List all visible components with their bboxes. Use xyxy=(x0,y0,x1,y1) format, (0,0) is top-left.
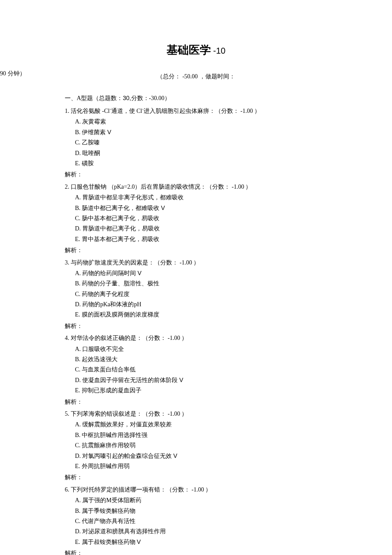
q-stem: 4. 对华法令的叙述正确的是：（分数： -1.00 ） xyxy=(65,334,358,343)
option: A. 药物的给药间隔时间 V xyxy=(75,268,358,278)
question-4: 4. 对华法令的叙述正确的是：（分数： -1.00 ） A. 口服吸收不完全 B… xyxy=(65,334,358,395)
option: A. 口服吸收不完全 xyxy=(75,344,358,354)
page-title: 基础医学 -10 xyxy=(0,0,392,61)
q-options: A. 口服吸收不完全 B. 起效迅速强大 C. 与血浆蛋白结合率低 D. 使凝血… xyxy=(65,344,358,396)
q-stem: 6. 下列对托特罗定的描述哪一项有错：（分数： -1.00 ） xyxy=(65,485,358,495)
analysis: 解析： xyxy=(65,246,358,255)
option: C. 肠中基本都已离子化，易吸收 xyxy=(75,213,358,223)
option: E. 外周抗胆碱作用弱 xyxy=(75,461,358,471)
option: C. 代谢产物亦具有活性 xyxy=(75,516,358,526)
q1-options: A. 灰黄霉素 B. 伊维菌素 V C. 乙胺嗪 D. 吡喹酮 E. 磺胺 xyxy=(65,117,358,168)
option: D. 吡喹酮 xyxy=(75,148,358,158)
q-stem: 3. 与药物扩散速度无关的因素是：（分数： -1.00 ） xyxy=(65,258,358,267)
option: B. 中枢抗胆碱作用选择性强 xyxy=(75,430,358,440)
option: E. 胃中基本都已离子化，易吸收 xyxy=(75,234,358,244)
q-options: A. 药物的给药间隔时间 V B. 药物的分子量、脂溶性、极性 C. 药物的离子… xyxy=(65,268,358,320)
option: B. 药物的分子量、脂溶性、极性 xyxy=(75,279,358,288)
option: A. 缓解震颤效果好，对僵直效果较差 xyxy=(75,420,358,429)
option: D. 胃肠道中都已离子化，易吸收 xyxy=(75,224,358,233)
option: E. 磺胺 xyxy=(75,158,358,168)
q-options: A. 属于强的M受体阻断药 B. 属于季铵类解痉药物 C. 代谢产物亦具有活性 … xyxy=(65,495,358,547)
option: C. 抗震颤麻痹作用较弱 xyxy=(75,440,358,450)
q1-stem: 1. 活化谷氨酸 -Cl-通道，使 Cl-进入肌细胞引起虫体麻痹：（分数： -1… xyxy=(65,106,358,116)
question-1: 1. 活化谷氨酸 -Cl-通道，使 Cl-进入肌细胞引起虫体麻痹：（分数： -1… xyxy=(65,106,358,168)
option: A. 胃肠道中都呈非离子化形式，都难吸收 xyxy=(75,193,358,202)
option: D. 对泌尿道和膀胱具有选择性作用 xyxy=(75,526,358,536)
option: D. 对氯丙嗪引起的帕金森综合征无效 V xyxy=(75,451,358,461)
section-header: 一、A型题（总题数：30,分数：-30.00） xyxy=(65,93,358,103)
question-3: 3. 与药物扩散速度无关的因素是：（分数： -1.00 ） A. 药物的给药间隔… xyxy=(65,258,358,320)
q-options: A. 胃肠道中都呈非离子化形式，都难吸收 B. 肠道中都已离子化，都难吸收 V … xyxy=(65,193,358,244)
time-stub: 90 分钟） xyxy=(0,70,26,78)
section-score: 分数：-30.00） xyxy=(131,95,170,101)
option: B. 伊维菌素 V xyxy=(75,127,358,137)
option: E. 抑制已形成的凝血因子 xyxy=(75,385,358,395)
option: A. 属于强的M受体阻断药 xyxy=(75,495,358,505)
option: E. 属于叔铵类解痉药物 V xyxy=(75,537,358,547)
meta-left: （总分： xyxy=(157,73,181,80)
option: B. 肠道中都已离子化，都难吸收 V xyxy=(75,203,358,213)
option: A. 灰黄霉素 xyxy=(75,117,358,127)
question-6: 6. 下列对托特罗定的描述哪一项有错：（分数： -1.00 ） A. 属于强的M… xyxy=(65,485,358,547)
option: D. 药物的pKa和体液的pH xyxy=(75,299,358,309)
option: D. 使凝血因子停留在无活性的前体阶段 V xyxy=(75,375,358,385)
q-options: A. 缓解震颤效果好，对僵直效果较差 B. 中枢抗胆碱作用选择性强 C. 抗震颤… xyxy=(65,420,358,471)
meta-score: -50.00 xyxy=(181,73,199,80)
option: E. 膜的面积及膜两侧的浓度梯度 xyxy=(75,310,358,319)
question-5: 5. 下列苯海索的错误叙述是：（分数： -1.00 ） A. 缓解震颤效果好，对… xyxy=(65,409,358,471)
title-suffix: -10 xyxy=(211,46,225,55)
analysis: 解析： xyxy=(65,397,358,407)
content: 一、A型题（总题数：30,分数：-30.00） 1. 活化谷氨酸 -Cl-通道，… xyxy=(65,93,358,555)
question-2: 2. 口服色甘酸钠 （pKa=2.0）后在胃肠道的吸收情况：（分数： -1.00… xyxy=(65,182,358,244)
analysis: 解析： xyxy=(65,473,358,482)
option: B. 属于季铵类解痉药物 xyxy=(75,506,358,516)
meta-mid: ，做题时间： xyxy=(199,73,235,80)
section-prefix: 一、A型题（总题数： xyxy=(65,95,123,101)
option: C. 乙胺嗪 xyxy=(75,138,358,147)
section-count: 30, xyxy=(123,95,131,101)
analysis: 解析： xyxy=(65,170,358,179)
q-stem: 2. 口服色甘酸钠 （pKa=2.0）后在胃肠道的吸收情况：（分数： -1.00… xyxy=(65,182,358,192)
title-text: 基础医学 xyxy=(167,44,211,56)
analysis: 解析： xyxy=(65,322,358,331)
analysis: 解析： xyxy=(65,549,358,555)
option: B. 起效迅速强大 xyxy=(75,354,358,364)
option: C. 与血浆蛋白结合率低 xyxy=(75,365,358,374)
q-stem: 5. 下列苯海索的错误叙述是：（分数： -1.00 ） xyxy=(65,409,358,419)
option: C. 药物的离子化程度 xyxy=(75,289,358,299)
meta-line: （总分： -50.00 ，做题时间： xyxy=(0,73,392,81)
